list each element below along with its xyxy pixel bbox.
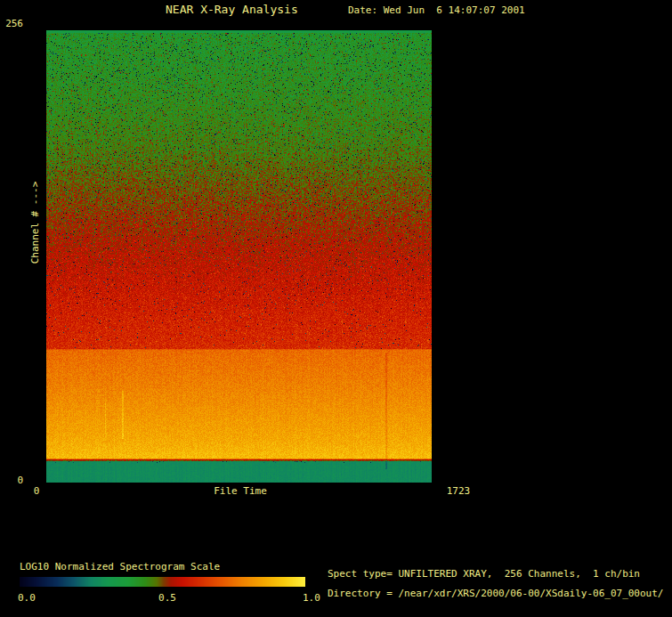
y-axis-max-label: 256 — [0, 18, 23, 29]
colorbar-tick-max: 1.0 — [303, 592, 320, 604]
x-axis-min-label: 0 — [34, 485, 40, 497]
colorbar-title: LOG10 Normalized Spectrogram Scale — [20, 561, 220, 572]
spectrogram-heatmap — [46, 30, 432, 483]
colorbar-tick-mid: 0.5 — [158, 592, 176, 604]
y-axis-title: Channel # ---> — [29, 182, 41, 264]
x-axis-title: File Time — [214, 485, 267, 497]
spect-type-info: Spect type= UNFILTERED XRAY, 256 Channel… — [328, 568, 640, 580]
x-axis-max-label: 1723 — [447, 485, 471, 497]
y-axis-min-label: 0 — [0, 475, 23, 486]
xray-analysis-screen: NEAR X-Ray Analysis Date: Wed Jun 6 14:0… — [0, 0, 672, 617]
page-title: NEAR X-Ray Analysis — [166, 3, 298, 16]
colorbar-gradient — [20, 577, 305, 587]
header-date: Date: Wed Jun 6 14:07:07 2001 — [348, 4, 525, 16]
directory-info: Directory = /near/xdr/XRS/2000/06-00/XSd… — [328, 588, 664, 599]
colorbar-tick-min: 0.0 — [18, 592, 36, 604]
